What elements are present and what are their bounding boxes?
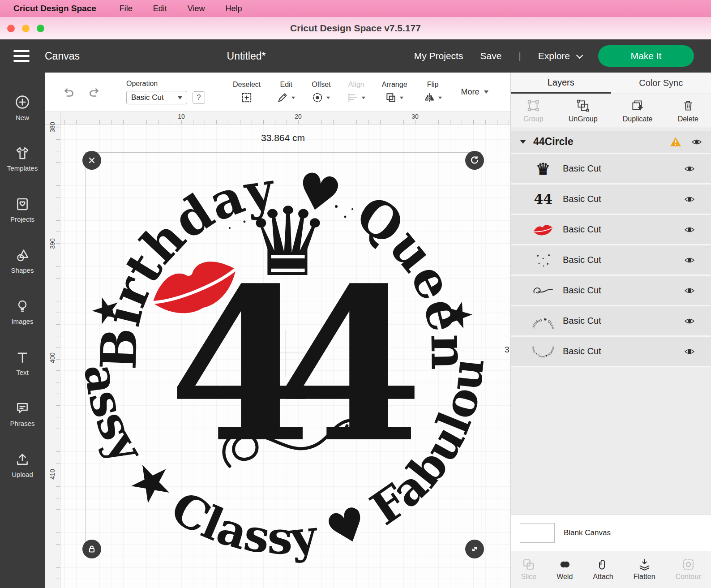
birthday-queen-design[interactable]: Birthday ♥ Queen Sassy ★ Classy ♥ Fabulo… xyxy=(86,153,482,556)
visibility-toggle[interactable] xyxy=(684,226,695,233)
ungroup-icon xyxy=(576,99,590,112)
flip-tool[interactable]: Flip xyxy=(424,81,442,103)
layer-row-arc-text-top[interactable]: Birthday ♥ Queen Basic Cut xyxy=(511,306,711,337)
design-canvas[interactable]: 33.864 cm 3 Birthday ♥ Queen xyxy=(60,124,510,588)
align-icon xyxy=(347,92,359,103)
layer-row-lips[interactable]: Basic Cut xyxy=(511,215,711,245)
blank-canvas-swatch[interactable] xyxy=(520,523,555,543)
menubar-item-file[interactable]: File xyxy=(120,4,133,13)
shapes-icon xyxy=(15,248,30,262)
visibility-toggle[interactable] xyxy=(684,318,695,325)
pencil-icon xyxy=(277,92,288,103)
selection-width-label: 33.864 cm xyxy=(261,133,305,143)
number-44-thumbnail: 44 xyxy=(531,191,556,207)
sidebar-item-templates[interactable]: Templates xyxy=(0,133,45,185)
chevron-down-icon xyxy=(576,52,583,59)
sidebar-item-projects[interactable]: Projects xyxy=(0,185,45,236)
visibility-toggle[interactable] xyxy=(684,257,695,264)
slice-button: Slice xyxy=(521,558,536,581)
offset-tool[interactable]: Offset xyxy=(312,81,330,103)
edit-tool[interactable]: Edit xyxy=(277,81,296,103)
selection-box[interactable]: Birthday ♥ Queen Sassy ★ Classy ♥ Fabulo… xyxy=(85,152,481,555)
sidebar-item-shapes[interactable]: Shapes xyxy=(0,236,45,287)
my-projects-link[interactable]: My Projects xyxy=(414,51,463,61)
contour-button: Contour xyxy=(676,558,701,581)
flatten-icon xyxy=(638,558,651,571)
tab-layers[interactable]: Layers xyxy=(511,73,611,94)
ruler-mark: 20 xyxy=(295,113,302,120)
close-window-button[interactable] xyxy=(7,25,15,32)
menubar-item-edit[interactable]: Edit xyxy=(153,4,167,13)
layer-row-44[interactable]: 44 Basic Cut xyxy=(511,185,711,215)
zoom-window-button[interactable] xyxy=(37,25,44,32)
more-menu[interactable]: More xyxy=(461,87,488,97)
remove-selection-handle[interactable] xyxy=(82,151,101,170)
arc-text-bottom-thumbnail: Sassy ★ Classy ♥ Fabulous xyxy=(531,341,556,362)
sidebar-item-upload[interactable]: Upload xyxy=(0,440,45,491)
sidebar-item-phrases[interactable]: Phrases xyxy=(0,389,45,440)
deselect-tool[interactable]: Deselect xyxy=(233,81,261,103)
sidebar-item-new[interactable]: New xyxy=(0,82,45,133)
warning-icon[interactable] xyxy=(670,137,681,147)
vertical-ruler: 380 390 400 410 xyxy=(45,124,60,588)
caret-down-icon xyxy=(438,96,442,99)
minimize-window-button[interactable] xyxy=(22,25,30,32)
window-title: Cricut Design Space v7.5.177 xyxy=(290,23,421,34)
visibility-toggle[interactable] xyxy=(684,287,695,294)
menubar-app-name[interactable]: Cricut Design Space xyxy=(13,4,96,13)
menubar-item-view[interactable]: View xyxy=(188,4,205,13)
layer-row-swirl[interactable]: Basic Cut xyxy=(511,276,711,306)
sidebar-item-text[interactable]: Text xyxy=(0,338,45,389)
layer-row-crown[interactable]: ♛ Basic Cut xyxy=(511,154,711,185)
operation-help-button[interactable]: ? xyxy=(193,91,205,104)
disclosure-triangle-icon[interactable] xyxy=(520,140,526,144)
blank-canvas-row[interactable]: Blank Canvas xyxy=(511,514,711,551)
flatten-button[interactable]: Flatten xyxy=(634,558,655,581)
layer-row-dots[interactable]: Basic Cut xyxy=(511,245,711,276)
arrange-tool[interactable]: Arrange xyxy=(382,81,407,103)
caret-down-icon xyxy=(484,90,488,94)
attach-button[interactable]: Attach xyxy=(593,558,613,581)
right-star-icon[interactable]: ★ xyxy=(438,291,479,337)
delete-button[interactable]: Delete xyxy=(678,99,698,123)
layer-group-44circle[interactable]: 44Circle xyxy=(511,131,711,154)
redo-icon[interactable] xyxy=(88,86,101,99)
document-title[interactable]: Untitled* xyxy=(227,50,266,62)
resize-handle[interactable] xyxy=(465,540,484,558)
visibility-toggle[interactable] xyxy=(684,196,695,203)
menubar-item-help[interactable]: Help xyxy=(226,4,242,13)
ungroup-button[interactable]: UnGroup xyxy=(569,99,598,123)
ruler-mark: 30 xyxy=(411,113,419,120)
visibility-toggle[interactable] xyxy=(684,348,695,355)
dots-thumbnail xyxy=(531,253,556,268)
save-link[interactable]: Save xyxy=(480,51,501,61)
sidebar-item-images[interactable]: Images xyxy=(0,287,45,338)
visibility-toggle[interactable] xyxy=(684,165,695,172)
speech-bubble-icon xyxy=(15,401,30,416)
undo-icon[interactable] xyxy=(62,86,75,99)
app-header: Canvas Untitled* My Projects Save | Expl… xyxy=(0,39,711,73)
visibility-toggle[interactable] xyxy=(691,138,702,146)
canvas-nav-label[interactable]: Canvas xyxy=(45,50,80,62)
weld-button[interactable]: Weld xyxy=(557,558,573,581)
resize-icon xyxy=(470,545,479,554)
ruler-mark: 400 xyxy=(49,352,56,364)
duplicate-button[interactable]: Duplicate xyxy=(623,99,653,123)
number-44[interactable]: 44 xyxy=(168,242,415,489)
hamburger-menu-icon[interactable] xyxy=(13,50,30,62)
duplicate-icon xyxy=(631,99,644,112)
operation-label: Operation xyxy=(126,80,205,88)
cricut-design-space-window: Cricut Design Space File Edit View Help … xyxy=(0,0,711,588)
explore-menu[interactable]: Explore xyxy=(538,51,581,61)
layer-row-arc-text-bottom[interactable]: Sassy ★ Classy ♥ Fabulous Basic Cut xyxy=(511,337,711,367)
rotate-handle[interactable] xyxy=(465,151,484,170)
arrange-icon xyxy=(385,92,397,103)
operation-select[interactable]: Basic Cut xyxy=(126,91,187,104)
make-it-button[interactable]: Make It xyxy=(598,45,694,67)
lock-handle[interactable] xyxy=(82,540,101,558)
align-tool: Align xyxy=(347,81,366,103)
caret-down-icon xyxy=(400,96,403,99)
tab-color-sync[interactable]: Color Sync xyxy=(611,73,711,94)
caret-down-icon xyxy=(291,96,295,99)
macos-menubar: Cricut Design Space File Edit View Help xyxy=(0,0,711,17)
